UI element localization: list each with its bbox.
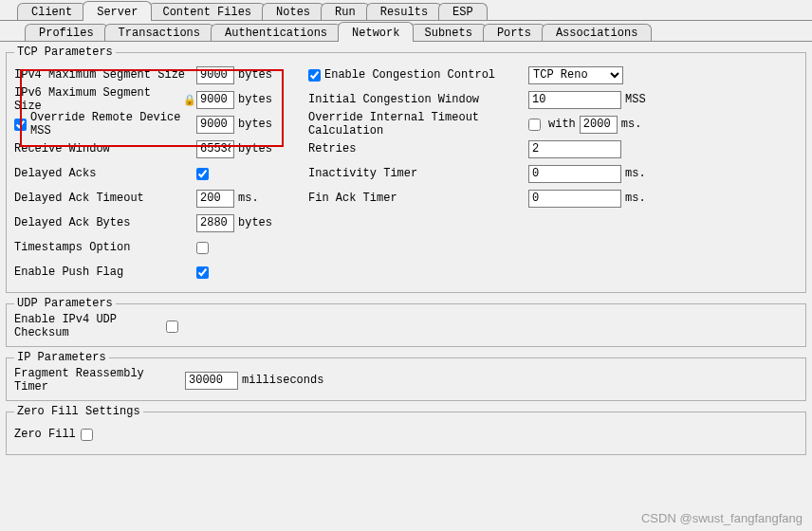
tab-notes[interactable]: Notes (262, 3, 324, 21)
tab-esp[interactable]: ESP (438, 3, 488, 21)
tab-subnets[interactable]: Subnets (410, 24, 486, 42)
tab-ports[interactable]: Ports (483, 24, 545, 42)
ip-legend: IP Parameters (14, 351, 109, 364)
delayed-acks-label: Delayed Acks (14, 167, 196, 180)
watermark: CSDN @swust_fangfangfang (641, 511, 803, 525)
tab-client[interactable]: Client (17, 3, 86, 21)
fin-ack-timer-unit: ms. (625, 192, 646, 205)
timestamps-checkbox[interactable] (196, 242, 209, 254)
fragment-timer-unit: milliseconds (242, 374, 323, 387)
fragment-timer-input[interactable] (185, 372, 238, 390)
zero-fill-legend: Zero Fill Settings (14, 405, 143, 418)
timestamps-label: Timestamps Option (14, 241, 196, 254)
ipv4-mss-label: IPv4 Maximum Segment Size (14, 68, 196, 82)
tab-network[interactable]: Network (338, 22, 414, 42)
tcp-legend: TCP Parameters (14, 46, 116, 59)
delayed-ack-bytes-unit: bytes (238, 216, 272, 229)
delayed-acks-checkbox[interactable] (196, 168, 209, 180)
tab-run[interactable]: Run (321, 3, 370, 21)
fin-ack-timer-input[interactable] (528, 190, 621, 208)
congestion-control-checkbox[interactable] (308, 69, 321, 82)
ip-parameters-group: IP Parameters Fragment Reassembly Timer … (6, 351, 806, 401)
fragment-timer-label: Fragment Reassembly Timer (14, 367, 185, 394)
udp-parameters-group: UDP Parameters Enable IPv4 UDP Checksum (6, 297, 806, 347)
congestion-control-label: Enable Congestion Control (308, 68, 528, 82)
initial-congestion-window-input[interactable] (528, 91, 621, 109)
ipv4-mss-unit: bytes (238, 68, 272, 82)
inactivity-timer-unit: ms. (625, 167, 646, 180)
udp-checksum-checkbox[interactable] (166, 320, 178, 333)
content-area: TCP Parameters IPv4 Maximum Segment Size… (0, 42, 812, 465)
zero-fill-label: Zero Fill (14, 428, 81, 441)
tab-content-files[interactable]: Content Files (148, 3, 266, 21)
retries-input[interactable] (528, 140, 621, 158)
override-mss-checkbox[interactable] (14, 119, 27, 131)
tab-profiles[interactable]: Profiles (25, 24, 108, 42)
tcp-parameters-group: TCP Parameters IPv4 Maximum Segment Size… (6, 46, 806, 293)
udp-legend: UDP Parameters (14, 297, 116, 310)
delayed-ack-timeout-input[interactable] (196, 190, 234, 208)
udp-checksum-label: Enable IPv4 UDP Checksum (14, 313, 166, 339)
initial-congestion-window-label: Initial Congestion Window (308, 93, 528, 106)
delayed-ack-bytes-label: Delayed Ack Bytes (14, 216, 196, 229)
delayed-ack-timeout-unit: ms. (238, 192, 259, 205)
icw-unit: MSS (625, 93, 646, 106)
override-timeout-label: Override Internal Timeout Calculation (308, 111, 528, 137)
push-flag-label: Enable Push Flag (14, 266, 196, 279)
ipv6-mss-label: IPv6 Maximum Segment Size 🔒 (14, 86, 196, 113)
override-mss-unit: bytes (238, 118, 272, 131)
inactivity-timer-label: Inactivity Timer (308, 167, 528, 180)
override-timeout-unit: ms. (621, 118, 642, 131)
fin-ack-timer-label: Fin Ack Timer (308, 192, 528, 205)
zero-fill-checkbox[interactable] (81, 429, 93, 441)
tab-authentications[interactable]: Authentications (211, 24, 341, 42)
override-mss-input[interactable] (196, 116, 234, 134)
zero-fill-group: Zero Fill Settings Zero Fill (6, 405, 806, 455)
retries-label: Retries (308, 142, 528, 156)
ipv6-mss-input[interactable] (196, 91, 234, 109)
ipv6-mss-unit: bytes (238, 93, 272, 106)
push-flag-checkbox[interactable] (196, 266, 209, 279)
override-mss-label: Override Remote Device MSS (14, 111, 196, 137)
top-tab-row: Client Server Content Files Notes Run Re… (0, 0, 812, 21)
inactivity-timer-input[interactable] (528, 165, 621, 183)
receive-window-input[interactable] (196, 140, 234, 158)
lock-icon: 🔒 (183, 94, 196, 106)
sub-tab-row: Profiles Transactions Authentications Ne… (0, 21, 812, 42)
delayed-ack-bytes-input[interactable] (196, 214, 234, 232)
override-timeout-checkbox[interactable] (528, 119, 541, 131)
override-timeout-input[interactable] (580, 116, 618, 134)
receive-window-unit: bytes (238, 142, 272, 156)
tab-server[interactable]: Server (83, 1, 152, 21)
override-timeout-with: with (548, 118, 576, 131)
tab-transactions[interactable]: Transactions (104, 24, 214, 42)
delayed-ack-timeout-label: Delayed Ack Timeout (14, 192, 196, 205)
ipv4-mss-input[interactable] (196, 66, 234, 84)
tab-results[interactable]: Results (366, 3, 442, 21)
receive-window-label: Receive Window (14, 142, 196, 156)
tab-associations[interactable]: Associations (542, 24, 652, 42)
congestion-control-select[interactable]: TCP Reno (528, 66, 623, 84)
